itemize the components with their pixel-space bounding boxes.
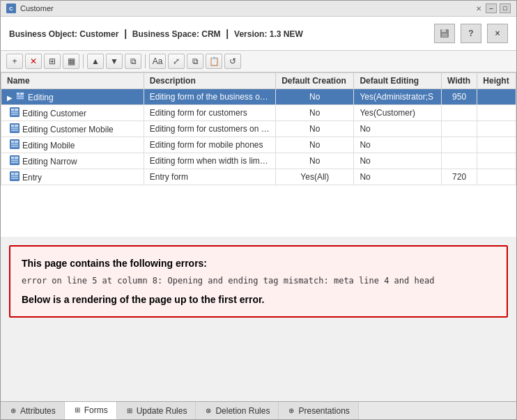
move-down-button[interactable]: ▼ bbox=[106, 54, 123, 69]
update-rules-tab-icon: ⊞ bbox=[125, 407, 134, 415]
cell-default-editing: No bbox=[354, 153, 442, 169]
form-row-icon bbox=[10, 123, 20, 133]
svg-rect-9 bbox=[11, 111, 18, 113]
attributes-tab-icon: ⊕ bbox=[9, 407, 17, 415]
table-row[interactable]: Editing Customer MobileEditing form for … bbox=[1, 121, 516, 137]
table-body: ▶EditingEditing form of the business obj… bbox=[1, 89, 516, 185]
cell-width bbox=[441, 137, 477, 153]
move-button[interactable]: ⤢ bbox=[168, 54, 185, 69]
tab-attributes[interactable]: ⊕ Attributes bbox=[1, 402, 65, 419]
table-row[interactable]: Editing CustomerEditing form for custome… bbox=[1, 105, 516, 121]
cell-height bbox=[477, 105, 516, 121]
table-row[interactable]: EntryEntry formYes(All)No720 bbox=[1, 169, 516, 185]
svg-rect-21 bbox=[11, 160, 18, 161]
row-name-text: Editing Customer bbox=[22, 109, 86, 118]
rotate-icon: ↺ bbox=[229, 56, 236, 66]
help-button[interactable]: ? bbox=[461, 24, 481, 43]
rotate-button[interactable]: ↺ bbox=[224, 54, 241, 69]
toolbar-separator-2 bbox=[145, 54, 146, 68]
cell-default-creation: No bbox=[276, 137, 354, 153]
svg-rect-26 bbox=[11, 178, 18, 179]
text-button[interactable]: Aa bbox=[149, 54, 166, 69]
tab-presentations[interactable]: ⊕ Presentations bbox=[279, 402, 358, 419]
svg-rect-1 bbox=[442, 29, 446, 32]
paste-icon: 📋 bbox=[209, 56, 219, 66]
cell-name: Editing Mobile bbox=[1, 137, 144, 153]
svg-rect-6 bbox=[17, 98, 24, 99]
text-icon: Aa bbox=[153, 56, 163, 66]
cell-description: Editing form for customers on sm bbox=[144, 121, 275, 137]
move-up-button[interactable]: ▲ bbox=[87, 54, 104, 69]
cell-description: Editing form for customers bbox=[144, 105, 275, 121]
main-window: C Customer ✕ – □ Business Object: Custom… bbox=[0, 0, 517, 420]
table-row[interactable]: Editing MobileEditing form for mobile ph… bbox=[1, 137, 516, 153]
svg-rect-14 bbox=[11, 130, 18, 131]
cell-default-editing: No bbox=[354, 121, 442, 137]
tab-deletion-rules[interactable]: ⊗ Deletion Rules bbox=[196, 402, 279, 419]
help-icon: ? bbox=[468, 29, 473, 38]
svg-rect-18 bbox=[11, 146, 18, 147]
cell-width bbox=[441, 153, 477, 169]
presentations-tab-icon: ⊕ bbox=[287, 407, 295, 415]
row-expand-arrow[interactable]: ▶ bbox=[7, 94, 13, 102]
svg-rect-3 bbox=[17, 93, 20, 95]
table-row[interactable]: Editing NarrowEditing form when width is… bbox=[1, 153, 516, 169]
delete-button[interactable]: ✕ bbox=[25, 54, 42, 69]
copy-table-button[interactable]: ⊞ bbox=[44, 54, 61, 69]
cell-height bbox=[477, 137, 516, 153]
cell-default-creation: No bbox=[276, 153, 354, 169]
cell-default-editing: Yes(Customer) bbox=[354, 105, 442, 121]
svg-rect-10 bbox=[11, 114, 18, 115]
header-info: Business Object: Customer | Business Spa… bbox=[1, 17, 516, 51]
paste-button[interactable]: 📋 bbox=[206, 54, 222, 69]
tab-update-rules[interactable]: ⊞ Update Rules bbox=[117, 402, 196, 419]
header-business-object: Business Object: Customer | Business Spa… bbox=[9, 28, 303, 39]
row-name-text: Editing Customer Mobile bbox=[22, 125, 114, 134]
error-detail: error on line 5 at column 8: Opening and… bbox=[22, 276, 495, 286]
form-row-icon bbox=[10, 107, 20, 117]
svg-rect-24 bbox=[15, 173, 18, 175]
table-row[interactable]: ▶EditingEditing form of the business obj… bbox=[1, 89, 516, 105]
cell-name: Editing Narrow bbox=[1, 153, 144, 169]
error-subtitle: Below is a rendering of the page up to t… bbox=[22, 294, 495, 305]
maximize-button[interactable]: □ bbox=[500, 3, 511, 13]
cell-default-creation: No bbox=[276, 105, 354, 121]
table-header-row: Name Description Default Creation Defaul… bbox=[1, 73, 516, 89]
duplicate-icon: ⧉ bbox=[130, 56, 137, 66]
window-controls: – □ bbox=[486, 3, 511, 13]
save-icon bbox=[439, 28, 450, 39]
table-button[interactable]: ▦ bbox=[63, 54, 79, 69]
up-arrow-icon: ▲ bbox=[91, 56, 100, 66]
deletion-rules-tab-label: Deletion Rules bbox=[215, 406, 270, 416]
cell-width: 720 bbox=[441, 169, 477, 185]
form-row-icon bbox=[10, 139, 20, 149]
svg-rect-15 bbox=[11, 141, 14, 143]
copy-table-icon: ⊞ bbox=[49, 56, 56, 66]
duplicate-button[interactable]: ⧉ bbox=[125, 54, 141, 69]
update-rules-tab-label: Update Rules bbox=[137, 406, 187, 416]
cell-default-editing: No bbox=[354, 137, 442, 153]
deletion-rules-tab-icon: ⊗ bbox=[204, 407, 213, 415]
cell-default-editing: No bbox=[354, 169, 442, 185]
tab-forms[interactable]: ⊞ Forms bbox=[65, 402, 117, 419]
add-icon: + bbox=[12, 56, 17, 66]
window-tab-close[interactable]: ✕ bbox=[476, 5, 481, 13]
cell-description: Entry form bbox=[144, 169, 275, 185]
cell-width: 950 bbox=[441, 89, 477, 105]
svg-rect-19 bbox=[11, 157, 14, 159]
title-bar: C Customer ✕ – □ bbox=[1, 1, 516, 17]
save-button[interactable] bbox=[434, 24, 455, 43]
minimize-button[interactable]: – bbox=[486, 3, 497, 13]
cell-description: Editing form of the business obje bbox=[144, 89, 275, 105]
svg-rect-8 bbox=[15, 109, 18, 111]
row-name-text: Entry bbox=[22, 173, 42, 182]
close-header-button[interactable]: × bbox=[487, 24, 508, 43]
copy-button[interactable]: ⧉ bbox=[187, 54, 203, 69]
forms-tab-icon: ⊞ bbox=[73, 406, 82, 414]
col-header-width: Width bbox=[441, 73, 477, 89]
form-row-icon bbox=[10, 171, 20, 181]
cell-description: Editing form for mobile phones bbox=[144, 137, 275, 153]
presentations-tab-label: Presentations bbox=[298, 406, 349, 416]
svg-rect-16 bbox=[15, 141, 18, 143]
add-button[interactable]: + bbox=[6, 54, 23, 69]
